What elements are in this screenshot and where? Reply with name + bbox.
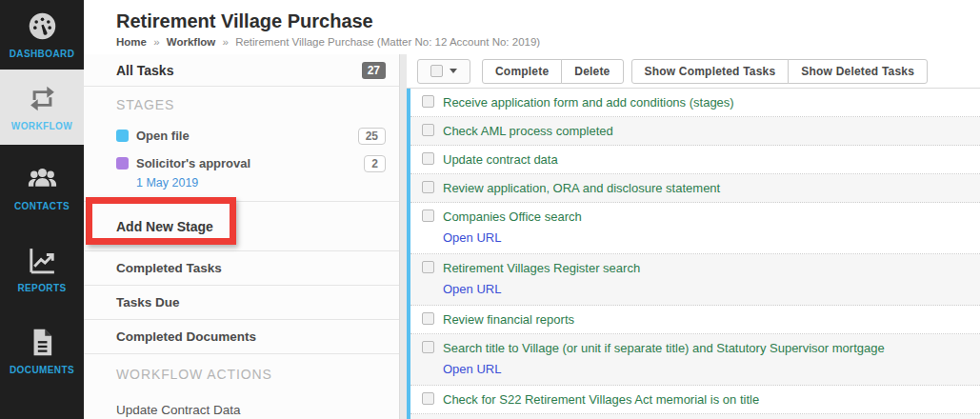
breadcrumb-current: Retirement Village Purchase (Matter No: … <box>235 36 540 48</box>
all-tasks-count-badge: 27 <box>362 62 386 79</box>
breadcrumb-separator: » <box>153 36 159 48</box>
breadcrumb-workflow-link[interactable]: Workflow <box>167 36 216 48</box>
show-deleted-tasks-button[interactable]: Show Deleted Tasks <box>788 59 928 84</box>
task-label[interactable]: Check settlement statement <box>443 414 596 419</box>
stage-count-badge: 25 <box>358 128 386 145</box>
caret-down-icon <box>450 69 457 73</box>
task-row: Review application, ORA and disclosure s… <box>410 174 980 203</box>
task-checkbox[interactable] <box>422 124 434 136</box>
task-action-button-group: Complete Delete <box>482 59 624 84</box>
task-label[interactable]: Review financial reports <box>443 306 574 333</box>
task-checkbox[interactable] <box>422 392 434 405</box>
task-label[interactable]: Receive application form and add conditi… <box>443 89 734 116</box>
dashboard-icon <box>25 10 60 42</box>
task-content: Receive application form and add conditi… <box>443 89 734 116</box>
task-content: Review financial reports <box>443 306 574 333</box>
task-content: Review application, ORA and disclosure s… <box>443 174 720 202</box>
breadcrumb: Home » Workflow » Retirement Village Pur… <box>84 32 980 48</box>
workflow-actions-section-header: WORKFLOW ACTIONS <box>84 354 399 394</box>
sidebar-item-dashboard[interactable]: DASHBOARD <box>0 0 84 70</box>
add-new-stage-button[interactable]: Add New Stage <box>84 202 399 251</box>
task-label[interactable]: Check AML process completed <box>443 117 613 145</box>
task-panel: Complete Delete Show Completed Tasks Sho… <box>407 54 980 419</box>
task-checkbox[interactable] <box>422 341 434 353</box>
task-open-url-link[interactable]: Open URL <box>443 282 501 305</box>
all-tasks-label: All Tasks <box>116 63 173 78</box>
breadcrumb-home-link[interactable]: Home <box>116 36 147 48</box>
complete-button[interactable]: Complete <box>482 59 562 84</box>
workflow-action-update-contract-data[interactable]: Update Contract Data <box>84 394 399 419</box>
select-all-checkbox[interactable] <box>430 65 443 77</box>
task-label[interactable]: Search title to Village (or unit if sepa… <box>443 334 885 362</box>
sidebar-item-reports[interactable]: REPORTS <box>0 229 84 309</box>
stages-list: Open file25Solicitor's approval21 May 20… <box>84 122 399 202</box>
task-toolbar: Complete Delete Show Completed Tasks Sho… <box>407 54 980 89</box>
sidebar-item-label: WORKFLOW <box>11 121 72 131</box>
panel-items: Completed TasksTasks DueCompleted Docume… <box>84 251 399 354</box>
workflow-icon <box>25 83 60 114</box>
task-row: Retirement Villages Register searchOpen … <box>410 254 980 306</box>
stage-item[interactable]: Solicitor's approval21 May 2019 <box>84 150 399 193</box>
contacts-icon <box>25 163 60 194</box>
task-content: Check for S22 Retirement Villages Act me… <box>443 386 759 413</box>
panel-item-completed-documents[interactable]: Completed Documents <box>84 320 399 354</box>
sidebar-item-label: DOCUMENTS <box>10 365 74 375</box>
task-checkbox[interactable] <box>422 312 434 325</box>
page-header: Retirement Village Purchase Home » Workf… <box>84 0 980 54</box>
stage-name: Solicitor's approval <box>136 156 250 170</box>
task-row: Search title to Village (or unit if sepa… <box>410 334 980 386</box>
workflow-actions-list: Update Contract Data <box>84 394 399 419</box>
stages-section-header: STAGES <box>84 87 399 122</box>
task-row: Companies Office searchOpen URL <box>410 203 980 254</box>
sidebar-item-workflow[interactable]: WORKFLOW <box>0 70 84 145</box>
task-row: Check for S22 Retirement Villages Act me… <box>410 386 980 414</box>
breadcrumb-separator: » <box>223 36 229 48</box>
task-checkbox[interactable] <box>422 181 434 193</box>
task-row: Receive application form and add conditi… <box>410 89 980 117</box>
task-label[interactable]: Companies Office search <box>443 203 582 230</box>
task-checkbox[interactable] <box>422 95 434 108</box>
stage-item[interactable]: Open file25 <box>84 122 399 150</box>
stage-count-badge: 2 <box>364 155 386 172</box>
task-checkbox[interactable] <box>422 152 434 165</box>
task-content: Retirement Villages Register searchOpen … <box>443 254 640 305</box>
task-label[interactable]: Review application, ORA and disclosure s… <box>443 174 720 202</box>
task-label[interactable]: Update contract data <box>443 146 558 173</box>
reports-icon <box>25 245 60 276</box>
sidebar-item-label: REPORTS <box>17 283 66 293</box>
task-label[interactable]: Check for S22 Retirement Villages Act me… <box>443 386 759 413</box>
sidebar-item-label: CONTACTS <box>14 201 70 211</box>
delete-button[interactable]: Delete <box>561 59 623 84</box>
workflow-left-panel: All Tasks 27 STAGES Open file25Solicitor… <box>84 54 400 419</box>
task-list: Receive application form and add conditi… <box>407 89 980 419</box>
task-content: Check settlement statement <box>443 414 596 419</box>
task-open-url-link[interactable]: Open URL <box>443 362 501 385</box>
task-filter-button-group: Show Completed Tasks Show Deleted Tasks <box>631 59 929 84</box>
task-checkbox[interactable] <box>422 210 434 222</box>
task-content: Update contract data <box>443 146 558 173</box>
task-row: Check AML process completed <box>410 117 980 146</box>
task-row: Check settlement statement <box>410 414 980 419</box>
select-all-dropdown-button[interactable] <box>417 59 470 84</box>
stage-color-swatch <box>116 157 129 170</box>
show-completed-tasks-button[interactable]: Show Completed Tasks <box>631 59 790 84</box>
task-content: Check AML process completed <box>443 117 613 145</box>
stage-date: 1 May 2019 <box>84 176 399 193</box>
sidebar-item-label: DASHBOARD <box>10 49 75 59</box>
app-sidebar: DASHBOARDWORKFLOWCONTACTSREPORTSDOCUMENT… <box>0 0 84 419</box>
panel-item-tasks-due[interactable]: Tasks Due <box>84 286 399 320</box>
all-tasks-item[interactable]: All Tasks 27 <box>84 54 399 87</box>
task-row: Review financial reports <box>410 306 980 334</box>
task-content: Search title to Village (or unit if sepa… <box>443 334 885 385</box>
sidebar-item-contacts[interactable]: CONTACTS <box>0 145 84 229</box>
task-open-url-link[interactable]: Open URL <box>443 230 501 253</box>
task-label[interactable]: Retirement Villages Register search <box>443 254 640 282</box>
task-checkbox[interactable] <box>422 261 434 273</box>
stage-color-swatch <box>116 130 129 142</box>
sidebar-item-documents[interactable]: DOCUMENTS <box>0 309 84 392</box>
stage-name: Open file <box>136 129 190 143</box>
task-row: Update contract data <box>410 146 980 174</box>
page-title: Retirement Village Purchase <box>84 0 980 32</box>
stage-row: Open file25 <box>84 122 399 150</box>
panel-item-completed-tasks[interactable]: Completed Tasks <box>84 251 399 286</box>
